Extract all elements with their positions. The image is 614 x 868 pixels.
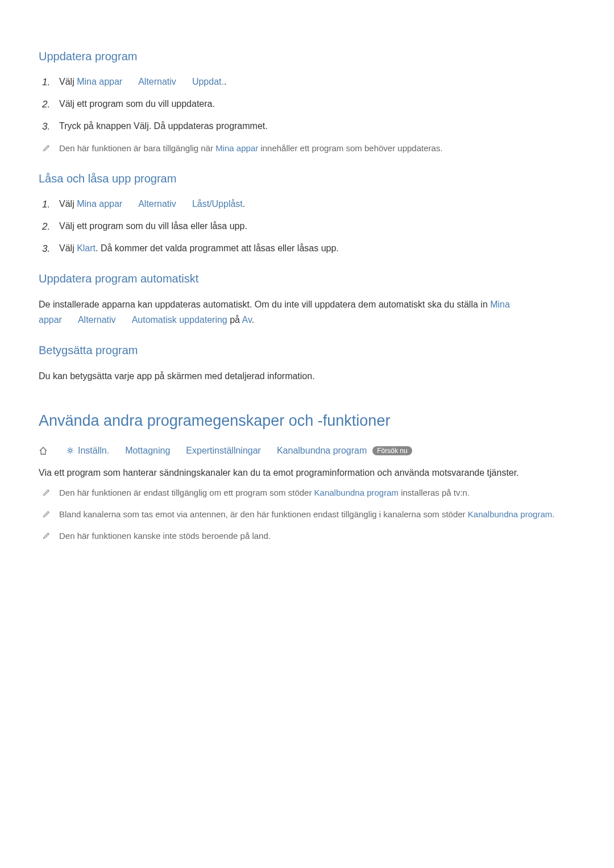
text: installeras på tv:n.: [399, 488, 470, 497]
link-alternativ[interactable]: Alternativ: [138, 77, 176, 86]
pencil-icon: [39, 529, 59, 544]
note-text: Den här funktionen kanske inte stöds ber…: [59, 529, 575, 543]
list-item: 1. Välj Mina apparAlternativLåst/Upplåst…: [39, 197, 575, 212]
gear-icon: [66, 446, 74, 455]
list-text: Välj ett program som du vill uppdatera.: [59, 97, 575, 111]
heading-lock-unlock: Låsa och låsa upp program: [39, 172, 575, 185]
pencil-icon: [39, 142, 59, 156]
breadcrumb-mottagning[interactable]: Mottagning: [125, 446, 170, 456]
list-item: 3. Tryck på knappen Välj. Då uppdateras …: [39, 119, 575, 134]
link-uppdat[interactable]: Uppdat.: [192, 77, 224, 86]
list-text: Välj Klart. Då kommer det valda programm…: [59, 241, 575, 256]
breadcrumb: Inställn. Mottagning Expertinställningar…: [39, 446, 575, 456]
list-update-apps: 1. Välj Mina apparAlternativUppdat.. 2. …: [39, 74, 575, 156]
text: .: [252, 315, 254, 325]
link-auto-uppdatering[interactable]: Automatisk uppdatering: [132, 315, 227, 325]
note-item: Den här funktionen är bara tillgänglig n…: [39, 142, 575, 156]
list-number: 2.: [39, 219, 59, 234]
pencil-icon: [39, 486, 59, 501]
note-item: Den här funktionen är endast tillgänglig…: [39, 486, 575, 501]
link-alternativ[interactable]: Alternativ: [78, 315, 116, 325]
text: . Då kommer det valda programmet att lås…: [96, 243, 339, 253]
paragraph-channel-apps: Via ett program som hanterar sändningska…: [39, 465, 575, 480]
text: .: [224, 77, 226, 86]
list-number: 3.: [39, 119, 59, 134]
link-kanalbundna[interactable]: Kanalbundna program: [314, 488, 399, 497]
list-text: Välj Mina apparAlternativLåst/Upplåst.: [59, 197, 575, 211]
list-text: Tryck på knappen Välj. Då uppdateras pro…: [59, 119, 575, 134]
text: Välj: [59, 243, 77, 253]
breadcrumb-expert[interactable]: Expertinställningar: [186, 446, 261, 456]
list-number: 1.: [39, 197, 59, 212]
list-lock-unlock: 1. Välj Mina apparAlternativLåst/Upplåst…: [39, 197, 575, 257]
link-kanalbundna[interactable]: Kanalbundna program: [468, 509, 552, 519]
text: på: [227, 315, 242, 325]
paragraph-rate-apps: Du kan betygsätta varje app på skärmen m…: [39, 368, 575, 384]
link-alternativ[interactable]: Alternativ: [138, 199, 176, 209]
text: innehåller ett program som behöver uppda…: [258, 143, 442, 153]
list-item: 1. Välj Mina apparAlternativUppdat..: [39, 74, 575, 90]
text: Bland kanalerna som tas emot via antenne…: [59, 509, 468, 519]
link-mina-appar[interactable]: Mina appar: [77, 199, 122, 209]
heading-rate-apps: Betygsätta program: [39, 344, 575, 357]
note-text: Bland kanalerna som tas emot via antenne…: [59, 508, 575, 521]
link-mina-appar[interactable]: Mina appar: [215, 143, 258, 153]
breadcrumb-installn[interactable]: Inställn.: [78, 446, 109, 456]
link-last-upplast[interactable]: Låst/Upplåst: [192, 199, 243, 209]
pencil-icon: [39, 508, 59, 522]
note-text: Den här funktionen är endast tillgänglig…: [59, 486, 575, 500]
heading-update-apps: Uppdatera program: [39, 50, 575, 63]
list-item: 2. Välj ett program som du vill låsa ell…: [39, 219, 575, 234]
try-now-badge[interactable]: Försök nu: [372, 446, 412, 455]
text: Välj: [59, 77, 77, 86]
text: De installerade apparna kan uppdateras a…: [39, 300, 490, 309]
link-mina-appar[interactable]: Mina appar: [77, 77, 122, 86]
link-av[interactable]: Av: [242, 315, 252, 325]
note-item: Bland kanalerna som tas emot via antenne…: [39, 508, 575, 522]
text: Välj: [59, 199, 77, 209]
list-number: 1.: [39, 74, 59, 90]
heading-other-features: Använda andra programegenskaper och -fun…: [39, 412, 575, 430]
list-item: 2. Välj ett program som du vill uppdater…: [39, 97, 575, 112]
text: Den här funktionen är endast tillgänglig…: [59, 488, 314, 497]
heading-auto-update: Uppdatera program automatiskt: [39, 272, 575, 285]
note-item: Den här funktionen kanske inte stöds ber…: [39, 529, 575, 544]
text: Den här funktionen är bara tillgänglig n…: [59, 143, 215, 153]
list-text: Välj ett program som du vill låsa eller …: [59, 219, 575, 234]
breadcrumb-kanalbundna[interactable]: Kanalbundna program: [277, 446, 367, 456]
note-text: Den här funktionen är bara tillgänglig n…: [59, 142, 575, 155]
list-item: 3. Välj Klart. Då kommer det valda progr…: [39, 241, 575, 256]
home-icon: [39, 446, 48, 455]
link-klart[interactable]: Klart: [77, 243, 96, 253]
svg-point-0: [69, 449, 72, 452]
list-text: Välj Mina apparAlternativUppdat..: [59, 74, 575, 89]
list-number: 3.: [39, 241, 59, 256]
paragraph-auto-update: De installerade apparna kan uppdateras a…: [39, 297, 575, 327]
list-number: 2.: [39, 97, 59, 112]
text: .: [243, 199, 245, 209]
text: .: [552, 509, 554, 519]
